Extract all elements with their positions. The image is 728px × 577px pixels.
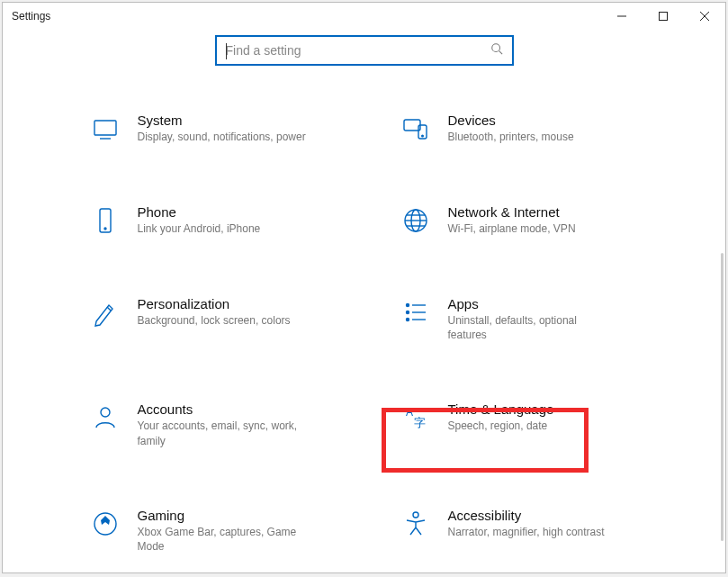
settings-grid: System Display, sound, notifications, po… [49,109,679,557]
tile-text: Network & Internet Wi-Fi, airplane mode,… [448,204,576,236]
tile-network[interactable]: Network & Internet Wi-Fi, airplane mode,… [396,201,679,240]
maximize-icon [659,12,668,21]
svg-point-10 [421,135,423,137]
svg-text:A: A [406,406,413,419]
minimize-button[interactable] [601,3,643,30]
apps-icon [400,296,432,329]
tile-desc: Background, lock screen, colors [138,313,291,328]
close-icon [700,12,709,21]
accounts-icon [89,401,121,434]
network-icon [400,204,432,237]
svg-rect-8 [404,120,420,131]
accessibility-icon [400,508,432,540]
tile-text: Time & Language Speech, region, date [448,401,554,433]
phone-icon [89,204,121,237]
gaming-icon [89,508,121,540]
search-box[interactable] [215,35,514,66]
tile-text: Apps Uninstall, defaults, optional featu… [448,296,619,342]
svg-line-5 [499,51,502,55]
settings-window: Settings [2,2,726,573]
text-caret [226,43,227,59]
system-icon [89,113,121,145]
svg-point-4 [491,44,499,52]
search-row [3,30,725,82]
tile-title: Personalization [138,296,291,311]
tile-title: Phone [138,204,261,220]
tile-text: Phone Link your Android, iPhone [138,204,261,236]
tile-title: System [138,113,306,128]
tile-desc: Link your Android, iPhone [138,221,261,236]
tile-title: Apps [448,296,619,311]
svg-point-12 [104,228,106,230]
time-language-icon: A字 [400,401,432,434]
tile-text: Personalization Background, lock screen,… [138,296,291,328]
tile-desc: Bluetooth, printers, mouse [448,130,574,144]
settings-content: System Display, sound, notifications, po… [3,82,725,572]
search-input[interactable] [226,43,490,58]
tile-text: Devices Bluetooth, printers, mouse [448,113,574,144]
tile-title: Devices [448,113,574,128]
tile-personalization[interactable]: Personalization Background, lock screen,… [85,293,369,346]
tile-phone[interactable]: Phone Link your Android, iPhone [85,201,369,240]
devices-icon [400,113,432,145]
tile-desc: Uninstall, defaults, optional features [448,313,619,342]
tile-desc: Wi-Fi, airplane mode, VPN [448,221,576,236]
titlebar: Settings [3,3,725,30]
tile-desc: Narrator, magnifier, high contrast [448,525,605,539]
tile-desc: Your accounts, email, sync, work, family [138,419,309,447]
search-icon [490,42,503,59]
tile-title: Accounts [138,401,309,417]
tile-desc: Speech, region, date [448,419,554,433]
tile-accessibility[interactable]: Accessibility Narrator, magnifier, high … [396,504,679,557]
tile-text: Accounts Your accounts, email, sync, wor… [138,401,309,447]
tile-time-language[interactable]: A字 Time & Language Speech, region, date [396,398,679,451]
tile-accounts[interactable]: Accounts Your accounts, email, sync, wor… [85,398,369,451]
personalization-icon [89,296,121,329]
window-controls [601,3,725,30]
svg-text:字: 字 [414,416,426,429]
svg-line-18 [107,307,111,311]
tile-title: Network & Internet [448,204,576,220]
close-button[interactable] [684,3,725,30]
tile-system[interactable]: System Display, sound, notifications, po… [85,109,369,149]
svg-rect-1 [660,13,668,21]
tile-desc: Display, sound, notifications, power [138,130,306,144]
tile-gaming[interactable]: Gaming Xbox Game Bar, captures, Game Mod… [85,504,369,557]
tile-devices[interactable]: Devices Bluetooth, printers, mouse [396,109,679,149]
svg-point-21 [406,311,409,314]
svg-point-25 [101,408,110,417]
scrollbar[interactable] [721,253,724,541]
svg-rect-6 [94,121,116,135]
maximize-button[interactable] [643,3,684,30]
tile-title: Accessibility [448,508,605,523]
svg-point-19 [406,304,409,307]
tile-desc: Xbox Game Bar, captures, Game Mode [138,525,309,554]
svg-point-23 [406,319,409,321]
tile-title: Time & Language [448,401,554,417]
tile-text: Accessibility Narrator, magnifier, high … [448,508,605,539]
tile-text: System Display, sound, notifications, po… [138,113,306,144]
tile-apps[interactable]: Apps Uninstall, defaults, optional featu… [396,293,679,346]
tile-title: Gaming [138,508,309,523]
minimize-icon [617,12,626,21]
svg-point-29 [413,512,418,518]
window-title: Settings [12,10,50,23]
tile-text: Gaming Xbox Game Bar, captures, Game Mod… [138,508,309,554]
